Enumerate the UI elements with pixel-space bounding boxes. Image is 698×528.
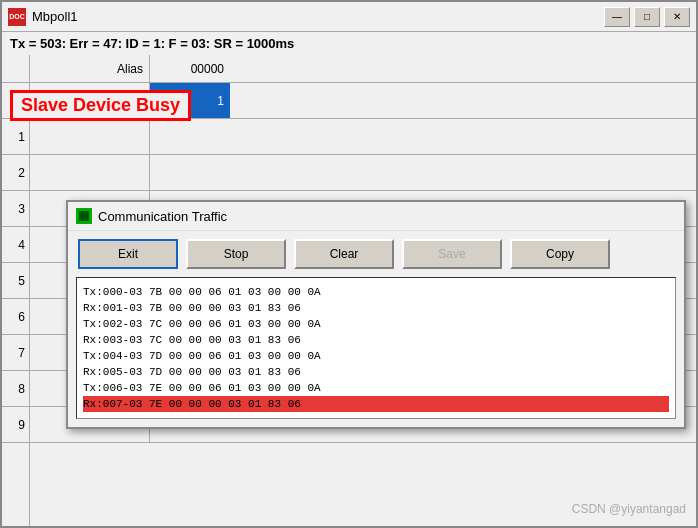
log-line: Tx:004-03 7D 00 00 06 01 03 00 00 0A bbox=[83, 348, 669, 364]
clear-button[interactable]: Clear bbox=[294, 239, 394, 269]
row-num-8: 8 bbox=[2, 371, 29, 407]
cell-value-2 bbox=[150, 155, 230, 190]
exit-button[interactable]: Exit bbox=[78, 239, 178, 269]
comm-traffic-dialog: Communication Traffic Exit Stop Clear Sa… bbox=[66, 200, 686, 429]
slave-busy-banner: Slave Device Busy bbox=[10, 90, 191, 121]
status-bar: Tx = 503: Err = 47: ID = 1: F = 03: SR =… bbox=[2, 32, 696, 55]
save-button[interactable]: Save bbox=[402, 239, 502, 269]
title-bar: DOC Mbpoll1 — □ ✕ bbox=[2, 2, 696, 32]
row-num-header bbox=[2, 55, 29, 83]
log-line-error: Rx:007-03 7E 00 00 00 03 01 83 06 bbox=[83, 396, 669, 412]
watermark: CSDN @yiyantangad bbox=[572, 502, 686, 516]
table-row bbox=[30, 119, 696, 155]
log-line: Tx:000-03 7B 00 00 06 01 03 00 00 0A bbox=[83, 284, 669, 300]
stop-button[interactable]: Stop bbox=[186, 239, 286, 269]
comm-icon bbox=[76, 208, 92, 224]
main-window: DOC Mbpoll1 — □ ✕ Tx = 503: Err = 47: ID… bbox=[0, 0, 698, 528]
cell-value-1 bbox=[150, 119, 230, 154]
log-line: Rx:001-03 7B 00 00 00 03 01 83 06 bbox=[83, 300, 669, 316]
comm-title-text: Communication Traffic bbox=[98, 209, 227, 224]
row-num-6: 6 bbox=[2, 299, 29, 335]
close-button[interactable]: ✕ bbox=[664, 7, 690, 27]
row-num-3: 3 bbox=[2, 191, 29, 227]
row-num-9: 9 bbox=[2, 407, 29, 443]
status-text: Tx = 503: Err = 47: ID = 1: F = 03: SR =… bbox=[10, 36, 294, 51]
comm-title-bar: Communication Traffic bbox=[68, 202, 684, 231]
cell-alias-2 bbox=[30, 155, 150, 190]
slave-busy-text: Slave Device Busy bbox=[21, 95, 180, 115]
comm-buttons-row: Exit Stop Clear Save Copy bbox=[68, 231, 684, 277]
row-num-2: 2 bbox=[2, 155, 29, 191]
row-numbers: 0 1 2 3 4 5 6 7 8 9 bbox=[2, 55, 30, 526]
log-line: Tx:002-03 7C 00 00 06 01 03 00 00 0A bbox=[83, 316, 669, 332]
row-num-4: 4 bbox=[2, 227, 29, 263]
row-num-1: 1 bbox=[2, 119, 29, 155]
log-line: Rx:003-03 7C 00 00 00 03 01 83 06 bbox=[83, 332, 669, 348]
value-header: 00000 bbox=[150, 55, 230, 82]
alias-header: Alias bbox=[30, 55, 150, 82]
cell-alias-1 bbox=[30, 119, 150, 154]
traffic-log: Tx:000-03 7B 00 00 06 01 03 00 00 0A Rx:… bbox=[76, 277, 676, 419]
copy-button[interactable]: Copy bbox=[510, 239, 610, 269]
log-line: Tx:006-03 7E 00 00 06 01 03 00 00 0A bbox=[83, 380, 669, 396]
row-num-5: 5 bbox=[2, 263, 29, 299]
window-controls: — □ ✕ bbox=[604, 7, 690, 27]
table-row bbox=[30, 155, 696, 191]
minimize-button[interactable]: — bbox=[604, 7, 630, 27]
table-header: Alias 00000 bbox=[30, 55, 696, 83]
app-icon: DOC bbox=[8, 8, 26, 26]
row-num-7: 7 bbox=[2, 335, 29, 371]
maximize-button[interactable]: □ bbox=[634, 7, 660, 27]
watermark-text: CSDN @yiyantangad bbox=[572, 502, 686, 516]
comm-icon-inner bbox=[79, 211, 89, 221]
log-line: Rx:005-03 7D 00 00 00 03 01 83 06 bbox=[83, 364, 669, 380]
window-title: Mbpoll1 bbox=[32, 9, 604, 24]
